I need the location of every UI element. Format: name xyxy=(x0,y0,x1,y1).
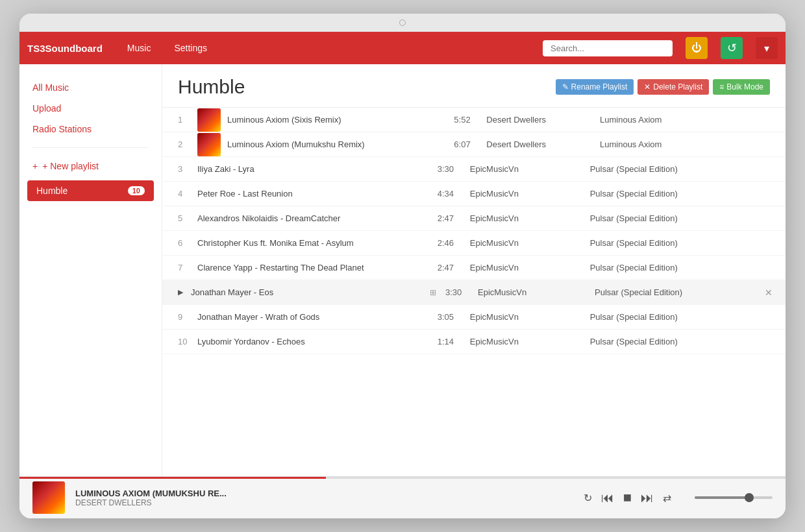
rename-playlist-button[interactable]: ✎ Rename Playlist xyxy=(556,79,634,95)
track-row[interactable]: 10Lyubomir Yordanov - Echoes1:14EpicMusi… xyxy=(162,330,786,354)
next-icon: ⏭ xyxy=(641,490,654,505)
track-album: Pulsar (Special Edition) xyxy=(590,213,770,223)
track-row[interactable]: 5Alexandros Nikolaidis - DreamCatcher2:4… xyxy=(162,206,786,231)
track-name: Alexandros Nikolaidis - DreamCatcher xyxy=(197,213,438,223)
rename-icon: ✎ xyxy=(562,82,569,91)
delete-label: Delete Playlist xyxy=(653,82,702,91)
track-name: Luminous Axiom (Mumukshu Remix) xyxy=(227,139,454,149)
plus-icon: + xyxy=(32,161,38,171)
sidebar-divider xyxy=(32,147,149,148)
player-track-info: LUMINOUS AXIOM (MUMUKSHU RE... DESERT DW… xyxy=(75,489,573,507)
track-album-thumbnail xyxy=(197,133,221,156)
track-duration: 6:07 xyxy=(454,139,486,149)
refresh-button[interactable]: ↺ xyxy=(721,37,743,59)
track-name: Iliya Zaki - Lyra xyxy=(197,164,438,174)
track-row[interactable]: 4Peter Roe - Last Reunion4:34EpicMusicVn… xyxy=(162,182,786,206)
new-playlist-button[interactable]: + + New playlist xyxy=(19,156,162,176)
stop-button[interactable]: ■ xyxy=(623,489,632,506)
track-name: Jonathan Mayer - Wrath of Gods xyxy=(197,312,438,322)
app-container: TS3Soundboard Music Settings ⏻ ↺ ▾ All M… xyxy=(19,32,786,518)
track-album: Pulsar (Special Edition) xyxy=(590,337,770,346)
sidebar-item-all-music[interactable]: All Music xyxy=(19,77,162,98)
search-input[interactable] xyxy=(543,40,673,56)
player-progress-bar[interactable] xyxy=(19,477,786,479)
track-row[interactable]: 1Luminous Axiom (Sixis Remix)5:52Desert … xyxy=(162,108,786,132)
track-remove-icon[interactable]: ✕ xyxy=(765,287,773,298)
track-artist: EpicMusicVn xyxy=(470,238,590,248)
track-row[interactable]: 3Iliya Zaki - Lyra3:30EpicMusicVnPulsar … xyxy=(162,157,786,182)
player-artist-name: DESERT DWELLERS xyxy=(75,498,573,507)
progress-fill xyxy=(19,477,326,479)
track-duration: 3:30 xyxy=(438,164,470,174)
track-duration: 2:47 xyxy=(438,213,470,223)
grid-icon[interactable]: ⊞ xyxy=(430,288,445,297)
repeat-button[interactable]: ↻ xyxy=(584,492,592,504)
delete-playlist-button[interactable]: ✕ Delete Playlist xyxy=(638,79,709,95)
sidebar: All Music Upload Radio Stations + + New … xyxy=(19,64,162,476)
track-artist: EpicMusicVn xyxy=(470,164,590,174)
refresh-icon: ↺ xyxy=(727,41,737,55)
track-row[interactable]: 9Jonathan Mayer - Wrath of Gods3:05EpicM… xyxy=(162,305,786,330)
track-name: Clarence Yapp - Restarting The Dead Plan… xyxy=(197,263,438,272)
track-row[interactable]: 6Christopher Kus ft. Monika Emat - Asylu… xyxy=(162,231,786,256)
track-artist: EpicMusicVn xyxy=(478,287,595,297)
dropdown-button[interactable]: ▾ xyxy=(756,37,778,59)
track-artist: Desert Dwellers xyxy=(486,115,600,125)
playlist-count-badge: 10 xyxy=(128,186,145,195)
track-row[interactable]: ▶Jonathan Mayer - Eos⊞3:30EpicMusicVnPul… xyxy=(162,280,786,305)
track-duration: 3:30 xyxy=(445,287,478,297)
track-row[interactable]: 2Luminous Axiom (Mumukshu Remix)6:07Dese… xyxy=(162,132,786,157)
page-title: Humble xyxy=(178,76,556,98)
track-album: Luminous Axiom xyxy=(600,139,770,149)
track-artist: Desert Dwellers xyxy=(486,139,600,149)
bulk-mode-button[interactable]: ≡ Bulk Mode xyxy=(713,79,770,95)
app-brand: TS3Soundboard xyxy=(27,43,103,54)
track-album: Pulsar (Special Edition) xyxy=(595,287,770,297)
track-artist: EpicMusicVn xyxy=(470,312,590,322)
track-name: Luminous Axiom (Sixis Remix) xyxy=(227,115,454,125)
power-button[interactable]: ⏻ xyxy=(686,37,708,59)
new-playlist-label: + New playlist xyxy=(42,161,99,171)
device-top-bar xyxy=(19,14,786,32)
player-album-art xyxy=(32,481,65,514)
shuffle-button[interactable]: ⇄ xyxy=(663,492,671,504)
play-icon[interactable]: ▶ xyxy=(178,288,191,296)
track-album: Pulsar (Special Edition) xyxy=(590,189,770,199)
prev-button[interactable]: ⏮ xyxy=(601,490,614,505)
track-album: Luminous Axiom xyxy=(600,115,770,125)
track-artist: EpicMusicVn xyxy=(470,337,590,346)
track-album-thumbnail xyxy=(197,108,221,132)
track-duration: 4:34 xyxy=(438,189,470,199)
content-area: Humble ✎ Rename Playlist ✕ Delete Playli… xyxy=(162,64,786,476)
track-duration: 1:14 xyxy=(438,337,470,346)
track-artist: EpicMusicVn xyxy=(470,189,590,199)
player-volume xyxy=(695,496,773,499)
sidebar-playlist-humble[interactable]: Humble 10 xyxy=(27,180,154,201)
repeat-icon: ↻ xyxy=(584,492,592,504)
track-name: Peter Roe - Last Reunion xyxy=(197,189,438,199)
track-row[interactable]: 7Clarence Yapp - Restarting The Dead Pla… xyxy=(162,256,786,280)
volume-slider[interactable] xyxy=(695,496,773,499)
track-number: 2 xyxy=(178,139,197,149)
nav-settings[interactable]: Settings xyxy=(169,40,212,56)
nav-music[interactable]: Music xyxy=(122,40,156,56)
track-duration: 3:05 xyxy=(438,312,470,322)
track-duration: 2:46 xyxy=(438,238,470,248)
device-frame: TS3Soundboard Music Settings ⏻ ↺ ▾ All M… xyxy=(19,14,786,518)
track-number: 5 xyxy=(178,213,197,223)
sidebar-item-radio[interactable]: Radio Stations xyxy=(19,119,162,139)
main-area: All Music Upload Radio Stations + + New … xyxy=(19,64,786,476)
track-album: Pulsar (Special Edition) xyxy=(590,263,770,272)
player-controls: ↻ ⏮ ■ ⏭ ⇄ xyxy=(584,489,671,506)
progress-track xyxy=(19,477,786,479)
next-button[interactable]: ⏭ xyxy=(641,490,654,505)
rename-label: Rename Playlist xyxy=(571,82,628,91)
device-camera xyxy=(399,19,406,26)
album-art-image xyxy=(32,481,65,514)
track-album: Pulsar (Special Edition) xyxy=(590,164,770,174)
sidebar-item-upload[interactable]: Upload xyxy=(19,98,162,119)
player-track-name: LUMINOUS AXIOM (MUMUKSHU RE... xyxy=(75,489,573,498)
track-artist: EpicMusicVn xyxy=(470,213,590,223)
volume-knob[interactable] xyxy=(745,493,754,502)
shuffle-icon: ⇄ xyxy=(663,492,671,504)
